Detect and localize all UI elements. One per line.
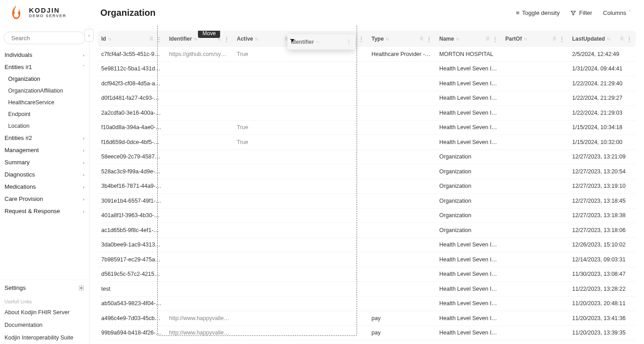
content-area: Id ↑↓ ⠿ ⋮ Identifier ↑↓ ⠿ ⋮ Active ↑↓ ⠿ …	[89, 25, 644, 344]
chevron-down-icon: ˇ	[83, 65, 85, 70]
th-name[interactable]: Name ↑↓ ⠿ ⋮	[436, 31, 502, 47]
brand-sub: DEMO SERVER	[29, 14, 66, 18]
sidebar-subitem-label: Organization	[8, 76, 40, 82]
table-row[interactable]: 3b4bef16-7871-44a9-9d16Organization12/27…	[98, 179, 636, 194]
table-body: c7fcf4af-3c55-451c-9942-fhttps://github.…	[98, 47, 636, 344]
th-id[interactable]: Id ↑↓ ⠿ ⋮	[98, 31, 165, 47]
table-row[interactable]: 528ac3c9-f99a-4d9e-bf40Organization12/27…	[98, 164, 636, 179]
th-lastupdated[interactable]: LastUpdated ↑↓ ⠿ ⋮	[569, 31, 636, 47]
table-cell: c7fcf4af-3c55-451c-9942-f	[98, 51, 165, 57]
chevron-right-icon: ›	[83, 209, 85, 214]
useful-link[interactable]: Kodjin Interoperability Suite	[0, 331, 89, 344]
table-row[interactable]: 99b9a694-b418-4f26-a012http://www.happyv…	[98, 326, 636, 341]
th-name-label: Name	[439, 36, 454, 42]
table-row[interactable]: 7b985917-ec29-475a-8a10Health Level Seve…	[98, 252, 636, 267]
sidebar-subitem[interactable]: OrganizationAffiliation	[0, 85, 89, 97]
table-cell: Organization	[436, 168, 502, 175]
sort-icon: ↑↓	[524, 37, 527, 41]
table-cell: Organization	[436, 153, 502, 160]
drag-handle-icon[interactable]: ⠿	[420, 36, 423, 42]
th-type[interactable]: Type ↑↓ ⠿ ⋮	[368, 31, 436, 47]
table-row[interactable]: c7fcf4af-3c55-451c-9942-fhttps://github.…	[98, 47, 636, 62]
svg-point-0	[14, 13, 19, 18]
filter-button[interactable]: Filter	[565, 7, 597, 19]
sidebar-item[interactable]: Medications›	[0, 181, 89, 193]
drag-handle-icon[interactable]: ⠿	[620, 36, 623, 42]
table-cell: d0f1d481-fa27-4c93-b07b	[98, 95, 165, 101]
column-menu-icon[interactable]: ⋮	[559, 38, 565, 40]
sidebar-item[interactable]: Entities #1ˇ	[0, 61, 89, 73]
table-row[interactable]: d0f1d481-fa27-4c93-b07bHealth Level Seve…	[98, 91, 636, 106]
sidebar-item[interactable]: Management›	[0, 144, 89, 156]
sidebar-item-label: Medications	[5, 183, 36, 190]
sidebar-item[interactable]: Summary›	[0, 156, 89, 168]
column-menu-icon: ⋮	[346, 39, 352, 45]
table-row[interactable]: 3da0bee9-1ac9-4313-aa7fHealth Level Seve…	[98, 238, 636, 253]
table-row[interactable]: 5e98112c-5ba1-431d-b7cc-2Health Level Se…	[98, 62, 636, 77]
column-menu-icon[interactable]: ⋮	[426, 38, 432, 40]
column-menu-icon[interactable]: ⋮	[224, 38, 230, 40]
column-menu-icon[interactable]: ⋮	[358, 38, 364, 40]
sidebar-item-label: Care Provision	[5, 195, 43, 202]
drag-handle-icon[interactable]: ⠿	[284, 36, 287, 42]
drag-handle-icon[interactable]: ⠿	[150, 36, 152, 42]
sidebar-item-label: Entities #1	[5, 64, 32, 70]
table-header: Id ↑↓ ⠿ ⋮ Identifier ↑↓ ⠿ ⋮ Active ↑↓ ⠿ …	[98, 31, 636, 47]
table-row[interactable]: ac1d65b5-9f8c-4ef1-9164-Organization12/2…	[98, 223, 636, 238]
search-box[interactable]	[4, 32, 85, 44]
table-row[interactable]: f10a0d8a-394a-4ae0-b04TrueHealth Level S…	[98, 121, 636, 135]
sidebar-item[interactable]: Request & Response›	[0, 205, 89, 217]
search-input[interactable]	[11, 35, 87, 42]
sidebar-subitem[interactable]: Location	[0, 120, 89, 132]
settings-button[interactable]: Settings	[0, 279, 89, 296]
table-row[interactable]: 2a2cdfa0-3e16-400a-b15bHealth Level Seve…	[98, 106, 636, 121]
table-cell: MORTON HOSPITAL	[436, 51, 502, 57]
column-menu-icon[interactable]: ⋮	[156, 38, 162, 40]
table-row[interactable]: testHealth Level Seven Intern11/22/2023,…	[98, 282, 636, 297]
sidebar-item-label: Request & Response	[5, 208, 60, 214]
table-row[interactable]: dcf942f3-cf08-4d5a-a7fc-2Health Level Se…	[98, 76, 636, 91]
th-partof[interactable]: PartOf ↑↓ ⠿ ⋮	[502, 31, 569, 47]
column-menu-icon[interactable]: ⋮	[492, 38, 498, 40]
chevron-right-icon: ›	[83, 196, 85, 202]
column-menu-icon[interactable]: ⋮	[626, 38, 632, 40]
drag-handle-icon[interactable]: ⠿	[553, 36, 555, 42]
sidebar-item[interactable]: Diagnostics›	[0, 168, 89, 181]
th-identifier-label: Identifier	[169, 36, 192, 42]
useful-link[interactable]: About Kodjin FHIR Server	[0, 306, 89, 319]
table-cell: True	[233, 124, 300, 130]
useful-link[interactable]: Documentation	[0, 319, 89, 331]
table-cell: Health Level Seven Intern	[436, 124, 502, 130]
logo[interactable]: KODJIN DEMO SERVER	[8, 5, 99, 21]
table-row[interactable]: 3091e1b4-6557-49f1-bedcOrganization12/27…	[98, 194, 636, 209]
table-cell: 1/15/2024, 10:32:00	[569, 139, 636, 145]
th-lastupdated-label: LastUpdated	[572, 36, 605, 42]
drag-handle-icon[interactable]: ⠿	[486, 36, 489, 42]
sidebar-subitem[interactable]: Endpoint	[0, 108, 89, 120]
toggle-density-button[interactable]: ≡ Toggle density	[511, 7, 565, 19]
columns-button[interactable]: Columns ˇ	[597, 7, 636, 19]
dragging-column-ghost[interactable]: Identifier ↑↓ ⋮	[287, 34, 355, 50]
sidebar-item[interactable]: Care Provision›	[0, 193, 89, 205]
sidebar-subitem-label: HealthcareService	[8, 99, 54, 106]
table-row[interactable]: d5619c5c-57c2-4215-8afc-cHealth Level Se…	[98, 267, 636, 282]
sidebar-subitem[interactable]: Organization	[0, 73, 89, 85]
table-row[interactable]: f16d659d-0dce-4bf5-ab6eTrueHealth Level …	[98, 135, 636, 150]
sidebar-item-label: Entities #2	[5, 135, 32, 141]
table-row[interactable]: a496c4e9-7d03-45cb-b84http://www.happyva…	[98, 311, 636, 326]
sort-icon: ↑↓	[456, 37, 459, 41]
sidebar-subitem[interactable]: HealthcareService	[0, 97, 89, 108]
sidebar-subitem-label: OrganizationAffiliation	[8, 88, 63, 94]
table-row[interactable]: ab50a543-9823-4f04-a35Health Level Seven…	[98, 297, 636, 311]
table-cell: ac1d65b5-9f8c-4ef1-9164-	[98, 227, 165, 233]
table-cell: 5e98112c-5ba1-431d-b7cc-2	[98, 65, 165, 72]
table-cell: Health Level Seven Intern	[436, 242, 502, 248]
table-cell: 11/22/2023, 13:28:22	[569, 286, 636, 292]
table-row[interactable]: 58eece09-2c79-4587-acccOrganization12/27…	[98, 150, 636, 165]
sidebar-subitem-label: Location	[8, 123, 29, 129]
table-cell: https://github.com/synthe	[165, 51, 233, 57]
sidebar-item[interactable]: Entities #2›	[0, 132, 89, 144]
table-row[interactable]: 401a8f1f-3963-4b30-aef5-cOrganization12/…	[98, 209, 636, 223]
sidebar-item[interactable]: Individuals›	[0, 49, 89, 61]
density-icon: ≡	[516, 9, 520, 16]
